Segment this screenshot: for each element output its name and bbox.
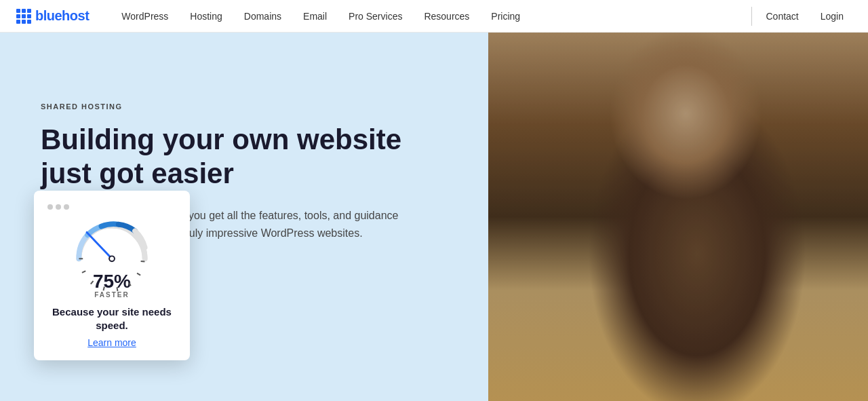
nav-item-domains[interactable]: Domains (233, 0, 292, 33)
svg-point-10 (110, 256, 114, 261)
learn-more-link[interactable]: Learn more (47, 337, 176, 348)
hero-image (488, 33, 868, 401)
hero-title: Building your own website just got easie… (41, 123, 420, 191)
nav-login[interactable]: Login (812, 0, 852, 33)
speedometer-icon (71, 218, 153, 265)
nav-right: Contact Login (757, 0, 852, 33)
svg-line-3 (117, 287, 117, 291)
nav-links: WordPress Hosting Domains Email Pro Serv… (111, 0, 746, 33)
hero-image-bg (488, 33, 868, 401)
logo-link[interactable]: bluehost (16, 8, 89, 24)
navbar: bluehost WordPress Hosting Domains Email… (0, 0, 868, 33)
card-dot-1 (47, 204, 53, 210)
speed-percent: 75% (47, 272, 176, 291)
card-title: Because your site needs speed. (47, 305, 176, 332)
card-dots (47, 204, 176, 210)
speedometer-container (47, 218, 176, 265)
speed-card: 75% FASTER Because your site needs speed… (34, 191, 190, 360)
svg-line-8 (87, 232, 112, 259)
image-overlay (488, 33, 868, 401)
logo-grid-icon (16, 9, 31, 24)
nav-item-wordpress[interactable]: WordPress (111, 0, 179, 33)
nav-item-pro-services[interactable]: Pro Services (338, 0, 413, 33)
speed-faster-label: FASTER (47, 291, 176, 299)
hero-label: SHARED HOSTING (41, 102, 420, 111)
logo-text: bluehost (35, 8, 89, 24)
nav-item-resources[interactable]: Resources (413, 0, 480, 33)
nav-item-email[interactable]: Email (292, 0, 338, 33)
nav-divider (751, 7, 752, 26)
card-dot-3 (64, 204, 69, 210)
card-dot-2 (56, 204, 61, 210)
nav-item-pricing[interactable]: Pricing (480, 0, 531, 33)
hero-section: SHARED HOSTING Building your own website… (0, 33, 868, 401)
nav-contact[interactable]: Contact (757, 0, 806, 33)
nav-item-hosting[interactable]: Hosting (179, 0, 233, 33)
svg-line-0 (141, 261, 145, 262)
